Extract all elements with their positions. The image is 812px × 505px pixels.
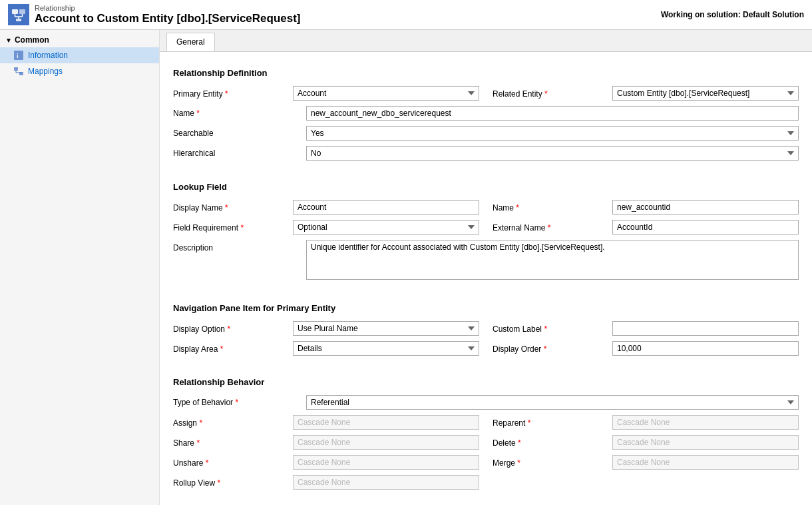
- display-order-input[interactable]: [612, 341, 799, 356]
- merge-control: Cascade None: [612, 455, 799, 470]
- display-option-select[interactable]: Use Plural Name: [293, 321, 479, 336]
- share-select[interactable]: Cascade None: [293, 435, 479, 450]
- external-name-label: External Name *: [493, 220, 612, 233]
- type-of-behavior-label: Type of Behavior *: [173, 398, 306, 407]
- type-of-behavior-row: Type of Behavior * Referential: [173, 395, 799, 410]
- description-label: Description: [173, 240, 306, 252]
- name-control: [306, 106, 799, 121]
- top-bar-titles: Relationship Account to Custom Entity [d…: [35, 4, 301, 25]
- custom-label-input[interactable]: [612, 321, 799, 336]
- assign-select[interactable]: Cascade None: [293, 415, 479, 430]
- unshare-select[interactable]: Cascade None: [293, 455, 479, 470]
- name-required: *: [196, 109, 200, 118]
- name-row: Name *: [173, 106, 799, 121]
- rollup-view-row: Rollup View * Cascade None: [173, 475, 799, 490]
- unshare-label: Unshare *: [173, 455, 293, 468]
- svg-rect-1: [19, 9, 25, 14]
- unshare-merge-row: Unshare * Cascade None Merge *: [173, 455, 799, 470]
- display-order-col: Display Order *: [493, 341, 799, 356]
- lookup-name-col: Name *: [493, 200, 799, 215]
- related-entity-col: Related Entity * Custom Entity [dbo].[Se…: [493, 86, 799, 101]
- unshare-col: Unshare * Cascade None: [173, 455, 479, 470]
- reparent-label: Reparent *: [493, 415, 612, 428]
- lookup-display-name-row: Display Name * Name *: [173, 200, 799, 215]
- share-control: Cascade None: [293, 435, 479, 450]
- primary-related-entity-row: Primary Entity * Account Related Entity: [173, 86, 799, 101]
- field-requirement-label: Field Requirement *: [173, 220, 293, 233]
- custom-label-label: Custom Label *: [493, 321, 612, 334]
- reparent-select[interactable]: Cascade None: [612, 415, 799, 430]
- hierarchical-row: Hierarchical No: [173, 146, 799, 161]
- display-area-control: Details: [293, 341, 479, 356]
- primary-entity-select[interactable]: Account: [293, 86, 479, 101]
- rollup-right-col: [493, 475, 799, 490]
- sidebar-item-mappings-label: Mappings: [28, 67, 63, 76]
- delete-select[interactable]: Cascade None: [612, 435, 799, 450]
- name-label: Name *: [173, 109, 306, 118]
- merge-label: Merge *: [493, 455, 612, 468]
- mappings-icon: [13, 66, 24, 77]
- related-entity-label: Related Entity *: [493, 86, 612, 99]
- reparent-control: Cascade None: [612, 415, 799, 430]
- sidebar-group-common[interactable]: ▼ Common: [0, 30, 159, 47]
- field-requirement-col: Field Requirement * Optional: [173, 220, 479, 235]
- top-bar: Relationship Account to Custom Entity [d…: [0, 0, 812, 30]
- type-of-behavior-select[interactable]: Referential: [306, 395, 799, 410]
- merge-col: Merge * Cascade None: [493, 455, 799, 470]
- primary-entity-col: Primary Entity * Account: [173, 86, 479, 101]
- share-label: Share *: [173, 435, 293, 448]
- searchable-select[interactable]: Yes: [306, 126, 799, 141]
- primary-entity-required: *: [225, 89, 228, 99]
- external-name-control: [612, 220, 799, 235]
- reparent-col: Reparent * Cascade None: [493, 415, 799, 430]
- sidebar-item-mappings[interactable]: Mappings: [0, 63, 159, 79]
- sidebar: ▼ Common i Information: [0, 30, 160, 505]
- name-input[interactable]: [306, 106, 799, 121]
- content-area: General Relationship Definition Primary …: [160, 30, 812, 505]
- display-option-col: Display Option * Use Plural Name: [173, 321, 479, 336]
- sidebar-item-information[interactable]: i Information: [0, 47, 159, 63]
- assign-label: Assign *: [173, 415, 293, 428]
- share-col: Share * Cascade None: [173, 435, 479, 450]
- lookup-name-input[interactable]: [612, 200, 799, 215]
- description-row: Description Unique identifier for Accoun…: [173, 240, 799, 282]
- section-header-navigation-pane: Navigation Pane Item for Primary Entity: [173, 303, 799, 313]
- lookup-name-label: Name *: [493, 200, 612, 213]
- delete-label: Delete *: [493, 435, 612, 448]
- description-textarea[interactable]: Unique identifier for Account associated…: [306, 240, 799, 280]
- assign-reparent-row: Assign * Cascade None Reparent *: [173, 415, 799, 430]
- svg-rect-7: [14, 51, 23, 60]
- section-header-relationship-behavior: Relationship Behavior: [173, 377, 799, 387]
- searchable-row: Searchable Yes: [173, 126, 799, 141]
- sidebar-item-information-label: Information: [28, 51, 68, 60]
- tab-bar: General: [160, 30, 812, 52]
- section-header-relationship-definition: Relationship Definition: [173, 68, 799, 78]
- lookup-display-name-label: Display Name *: [173, 200, 293, 213]
- related-entity-select[interactable]: Custom Entity [dbo].[ServiceRequest]: [612, 86, 799, 101]
- primary-entity-label: Primary Entity *: [173, 86, 293, 99]
- tab-general[interactable]: General: [166, 33, 215, 51]
- working-on-label: Working on solution: Default Solution: [661, 10, 804, 19]
- merge-select[interactable]: Cascade None: [612, 455, 799, 470]
- entity-icon: [8, 4, 29, 25]
- lookup-name-control: [612, 200, 799, 215]
- hierarchical-label: Hierarchical: [173, 149, 306, 158]
- type-of-behavior-control: Referential: [306, 395, 799, 410]
- display-order-control: [612, 341, 799, 356]
- display-area-label: Display Area *: [173, 341, 293, 354]
- field-requirement-select[interactable]: Optional: [293, 220, 479, 235]
- display-area-select[interactable]: Details: [293, 341, 479, 356]
- hierarchical-select[interactable]: No: [306, 146, 799, 161]
- group-triangle-icon: ▼: [5, 37, 12, 44]
- top-bar-left: Relationship Account to Custom Entity [d…: [8, 4, 301, 25]
- unshare-control: Cascade None: [293, 455, 479, 470]
- hierarchical-control: No: [306, 146, 799, 161]
- rollup-view-select[interactable]: Cascade None: [293, 475, 479, 490]
- share-delete-row: Share * Cascade None Delete *: [173, 435, 799, 450]
- svg-rect-0: [12, 9, 18, 14]
- lookup-display-name-input[interactable]: [293, 200, 479, 215]
- primary-entity-control: Account: [293, 86, 479, 101]
- external-name-input[interactable]: [612, 220, 799, 235]
- external-name-col: External Name *: [493, 220, 799, 235]
- searchable-label: Searchable: [173, 129, 306, 138]
